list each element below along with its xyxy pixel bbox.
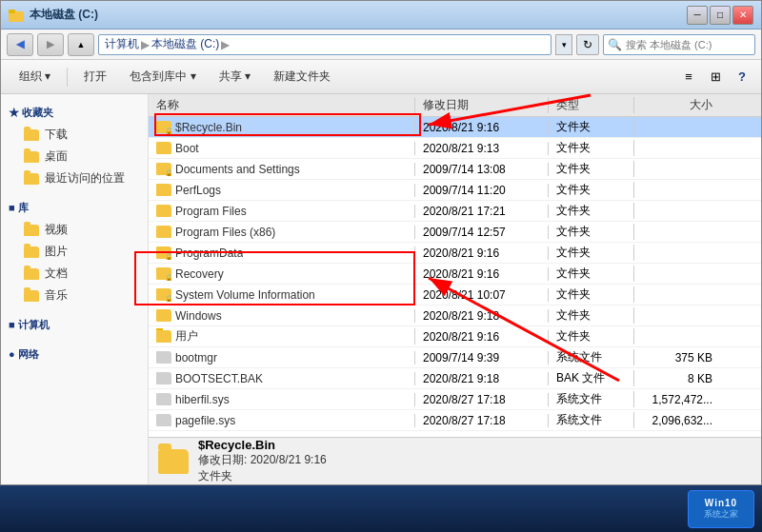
refresh-button[interactable]: ↻ [576,34,599,55]
file-icon [156,372,171,384]
search-input[interactable] [626,39,751,50]
table-row[interactable]: Recovery2020/8/21 9:16文件夹 [149,264,761,285]
breadcrumb-computer[interactable]: 计算机 [105,36,139,52]
taskbar: Win10 系统之家 [0,485,762,532]
up-button[interactable]: ▲ [68,33,94,56]
file-name: hiberfil.sys [175,393,230,406]
info-folder-icon [158,449,189,474]
table-row[interactable]: BOOTSECT.BAK2020/8/21 9:18BAK 文件8 KB [149,368,761,389]
computer-header[interactable]: ■ 计算机 [1,314,148,336]
file-icon [156,309,171,322]
videos-icon [24,225,39,236]
file-type: 文件夹 [549,286,634,303]
include-library-button[interactable]: 包含到库中 ▾ [119,64,206,90]
file-icon [156,121,171,133]
col-header-name[interactable]: 名称 [149,97,415,113]
file-name: Program Files (x86) [175,226,275,239]
file-name: Program Files [175,205,247,218]
table-row[interactable]: System Volume Information2020/8/21 10:07… [149,285,761,305]
address-bar: ◀ ▶ ▲ 计算机 ▶ 本地磁盘 (C:) ▶ ▾ ↻ 🔍 [1,30,761,60]
maximize-button[interactable]: □ [710,6,731,25]
col-header-size[interactable]: 大小 [634,97,720,113]
file-name: Windows [175,309,222,323]
view-tiles-button[interactable]: ⊞ [704,66,727,89]
sidebar-item-downloads[interactable]: 下载 [1,124,148,146]
close-button[interactable]: ✕ [732,6,753,25]
minimize-button[interactable]: ─ [687,6,708,25]
sidebar-item-desktop[interactable]: 桌面 [1,146,148,167]
open-button[interactable]: 打开 [73,64,117,90]
table-row[interactable]: bootmgr2009/7/14 9:39系统文件375 KB [149,347,761,368]
file-name: Boot [175,142,199,155]
col-header-date[interactable]: 修改日期 [415,97,549,113]
info-bar: $Recycle.Bin 修改日期: 2020/8/21 9:16 文件夹 [149,437,761,484]
table-row[interactable]: 用户2020/8/21 9:16文件夹 [149,326,761,347]
sidebar-item-recent[interactable]: 最近访问的位置 [1,167,148,189]
share-button[interactable]: 共享 ▾ [209,64,261,90]
forward-button[interactable]: ▶ [37,33,64,56]
table-row[interactable]: Windows2020/8/21 9:18文件夹 [149,305,761,326]
sidebar-item-pictures[interactable]: 图片 [1,241,148,263]
file-icon [156,414,171,426]
file-list: 名称 修改日期 类型 大小 $Recycle.Bin2020/8/21 9:16… [149,94,761,437]
file-type: 文件夹 [549,266,634,282]
file-date: 2009/7/14 12:57 [415,226,549,239]
favorites-section: ★ 收藏夹 下载 桌面 最近访问的位置 [1,98,148,193]
table-row[interactable]: hiberfil.sys2020/8/27 17:18系统文件1,572,472… [149,389,761,410]
view-details-button[interactable]: ≡ [677,66,700,89]
file-date: 2020/8/21 9:16 [415,246,549,260]
table-row[interactable]: Program Files (x86)2009/7/14 12:57文件夹 [149,222,761,243]
sidebar-item-music[interactable]: 音乐 [1,285,148,306]
file-type: 文件夹 [549,161,634,177]
search-icon: 🔍 [608,38,622,51]
toolbar-separator-1 [67,68,68,87]
sidebar-item-videos[interactable]: 视频 [1,219,148,241]
info-selected-type: 文件夹 [198,468,327,484]
help-button[interactable]: ? [731,66,753,89]
table-row[interactable]: Documents and Settings2009/7/14 13:08文件夹 [149,159,761,180]
file-date: 2020/8/21 17:21 [415,205,549,218]
table-row[interactable]: Boot2020/8/21 9:13文件夹 [149,138,761,159]
file-type: 系统文件 [549,391,634,407]
file-list-wrapper: 名称 修改日期 类型 大小 $Recycle.Bin2020/8/21 9:16… [149,94,761,484]
svg-rect-1 [9,10,15,13]
address-dropdown[interactable]: ▾ [555,34,572,55]
title-bar: 本地磁盘 (C:) ─ □ ✕ [1,1,761,30]
file-name: pagefile.sys [175,414,235,427]
col-header-type[interactable]: 类型 [549,97,634,113]
downloads-icon [24,129,39,141]
file-date: 2009/7/14 13:08 [415,163,549,176]
info-selected-name: $Recycle.Bin [198,438,327,452]
network-header[interactable]: ● 网络 [1,344,148,365]
file-type: 文件夹 [549,203,634,219]
sidebar-item-documents[interactable]: 文档 [1,263,148,285]
file-icon [156,246,171,259]
file-name: $Recycle.Bin [175,121,242,134]
back-button[interactable]: ◀ [7,33,33,56]
file-type: 文件夹 [549,307,634,324]
breadcrumb-drive[interactable]: 本地磁盘 (C:) [151,36,219,52]
file-list-body: $Recycle.Bin2020/8/21 9:16文件夹Boot2020/8/… [149,117,761,437]
pictures-icon [24,246,39,258]
table-row[interactable]: $Recycle.Bin2020/8/21 9:16文件夹 [149,117,761,138]
table-row[interactable]: Program Files2020/8/21 17:21文件夹 [149,201,761,222]
file-type: 系统文件 [549,412,634,428]
favorites-header[interactable]: ★ 收藏夹 [1,102,148,124]
file-icon [156,288,171,301]
info-selected-info: 修改日期: 2020/8/21 9:16 [198,452,327,468]
toolbar-right: ≡ ⊞ ? [677,66,753,89]
library-header[interactable]: ■ 库 [1,197,148,219]
address-bar-input[interactable]: 计算机 ▶ 本地磁盘 (C:) ▶ [98,34,551,55]
file-date: 2020/8/21 10:07 [415,288,549,302]
file-size: 2,096,632... [634,414,720,427]
search-wrap: 🔍 [603,34,755,55]
file-date: 2009/7/14 11:20 [415,184,549,197]
table-row[interactable]: ProgramData2020/8/21 9:16文件夹 [149,243,761,264]
organize-button[interactable]: 组织 ▾ [9,64,61,90]
file-date: 2020/8/21 9:13 [415,142,549,155]
window-title: 本地磁盘 (C:) [30,7,98,23]
new-folder-button[interactable]: 新建文件夹 [263,64,341,90]
recent-icon [24,173,39,185]
table-row[interactable]: PerfLogs2009/7/14 11:20文件夹 [149,180,761,201]
table-row[interactable]: pagefile.sys2020/8/27 17:18系统文件2,096,632… [149,410,761,431]
